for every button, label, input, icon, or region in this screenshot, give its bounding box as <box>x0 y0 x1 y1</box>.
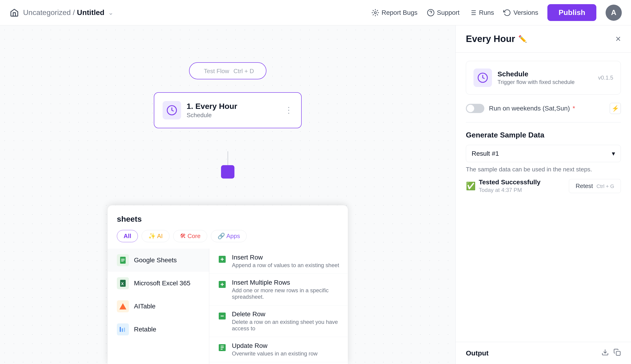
action-list: Insert Row Append a row of values to an … <box>209 249 348 364</box>
panel-close-button[interactable]: × <box>615 34 621 44</box>
excel-icon: X <box>117 277 129 289</box>
retest-button[interactable]: Retest Ctrl + G <box>569 179 621 193</box>
action-icon-update-row <box>218 343 228 353</box>
action-icon-insert-row <box>218 255 228 265</box>
header-right: Report Bugs Support Runs Versions Publis… <box>371 4 622 21</box>
google-sheets-icon <box>117 254 129 266</box>
node-menu-icon[interactable]: ⋮ <box>285 106 293 115</box>
svg-rect-18 <box>124 328 125 332</box>
action-row: Insert Row Append a row of values to an … <box>218 254 339 268</box>
avatar: A <box>605 4 622 21</box>
app-item-google-sheets[interactable]: Google Sheets <box>108 249 209 272</box>
svg-rect-11 <box>121 260 125 260</box>
flow-node[interactable]: 1. Every Hour Schedule ⋮ <box>154 92 302 128</box>
filter-tab-apps[interactable]: 🔗 Apps <box>211 230 247 242</box>
canvas[interactable]: Test Flow Ctrl + D 1. Every Hour Schedul… <box>0 25 456 364</box>
retable-icon <box>117 324 129 336</box>
svg-rect-34 <box>616 351 620 355</box>
generate-sample-section: Generate Sample Data Result #1 ▾ The sam… <box>456 122 631 202</box>
result-select[interactable]: Result #1 ▾ <box>466 145 621 162</box>
flash-icon[interactable]: ⚡ <box>610 103 621 114</box>
sample-desc: The sample data can be used in the next … <box>466 166 621 173</box>
action-text: Delete Row Delete a row on an existing s… <box>232 310 339 332</box>
action-item-update-row[interactable]: Update Row Overwrite values in an existi… <box>209 337 348 362</box>
tested-info: Tested Successfully Today at 4:37 PM <box>479 178 540 193</box>
download-button[interactable] <box>601 348 609 358</box>
home-icon[interactable] <box>9 8 20 18</box>
node-content: 1. Every Hour Schedule <box>187 102 279 119</box>
edit-icon[interactable]: ✏️ <box>518 35 527 43</box>
breadcrumb: Uncategorized / Untitled <box>23 8 104 17</box>
svg-rect-10 <box>121 259 125 259</box>
output-section: Output <box>456 342 631 364</box>
test-flow-button[interactable]: Test Flow Ctrl + D <box>189 62 267 79</box>
toggle-row: Run on weekends (Sat,Sun) * ⚡ <box>456 103 631 122</box>
action-item-find-rows[interactable]: Find Rows Find or get rows in a Google S… <box>209 362 348 364</box>
action-text: Update Row Overwrite values in an existi… <box>232 342 318 357</box>
schedule-info: Schedule Trigger flow with fixed schedul… <box>498 70 593 85</box>
aitable-icon <box>117 300 129 312</box>
action-item-insert-multiple-rows[interactable]: Insert Multiple Rows Add one or more new… <box>209 274 348 306</box>
tested-row: ✅ Tested Successfully Today at 4:37 PM R… <box>466 178 621 193</box>
output-label: Output <box>466 349 489 357</box>
chevron-down-icon: ▾ <box>612 150 615 157</box>
toggle-knob <box>467 105 474 112</box>
toggle-label: Run on weekends (Sat,Sun) * <box>489 105 575 112</box>
runs-button[interactable]: Runs <box>469 9 494 16</box>
publish-button[interactable]: Publish <box>547 4 596 21</box>
app-list: Google Sheets X Microsoft Excel 365 AITa… <box>108 249 209 364</box>
schedule-desc: Trigger flow with fixed schedule <box>498 79 593 85</box>
app-picker: sheets All ✨ AI 🛠 Core 🔗 Apps Google She… <box>108 205 348 364</box>
filter-tab-ai[interactable]: ✨ AI <box>142 230 169 242</box>
svg-rect-12 <box>121 261 124 261</box>
connector-line <box>228 151 228 165</box>
google-sheets-label: Google Sheets <box>134 256 177 264</box>
retest-shortcut: Ctrl + G <box>597 184 614 189</box>
schedule-icon-wrap <box>474 68 492 87</box>
action-text: Insert Row Append a row of values to an … <box>232 254 339 268</box>
add-step-button[interactable] <box>221 165 235 178</box>
filter-tab-all[interactable]: All <box>117 230 138 242</box>
action-text: Insert Multiple Rows Add one or more new… <box>232 279 339 300</box>
header-left: Uncategorized / Untitled ⌄ <box>9 8 113 18</box>
main-layout: Test Flow Ctrl + D 1. Every Hour Schedul… <box>0 25 631 364</box>
panel-title: Every Hour ✏️ <box>466 34 527 44</box>
right-panel: Every Hour ✏️ × Schedule Trigger flow wi… <box>456 25 631 364</box>
action-item-delete-row[interactable]: Delete Row Delete a row on an existing s… <box>209 306 348 337</box>
aitable-label: AITable <box>134 303 155 310</box>
action-item-insert-row[interactable]: Insert Row Append a row of values to an … <box>209 249 348 274</box>
filter-tab-core[interactable]: 🛠 Core <box>173 230 207 242</box>
chevron-down-icon[interactable]: ⌄ <box>108 9 113 16</box>
filter-tabs: All ✨ AI 🛠 Core 🔗 Apps <box>108 230 348 249</box>
node-title: 1. Every Hour <box>187 102 279 111</box>
tested-time: Today at 4:37 PM <box>479 187 540 193</box>
panel-header: Every Hour ✏️ × <box>456 25 631 52</box>
node-subtitle: Schedule <box>187 112 279 119</box>
copy-button[interactable] <box>613 348 621 358</box>
versions-button[interactable]: Versions <box>503 9 538 16</box>
app-item-retable[interactable]: Retable <box>108 318 209 341</box>
svg-rect-17 <box>122 328 123 332</box>
node-icon-wrap <box>163 101 181 120</box>
tested-label: Tested Successfully <box>479 178 540 186</box>
weekend-toggle[interactable] <box>466 104 484 113</box>
action-icon-delete-row <box>218 312 228 322</box>
schedule-version: v0.1.5 <box>598 74 613 81</box>
gen-title: Generate Sample Data <box>466 131 621 139</box>
app-item-aitable[interactable]: AITable <box>108 295 209 318</box>
retable-label: Retable <box>134 326 156 333</box>
report-bugs-button[interactable]: Report Bugs <box>371 9 417 16</box>
header: Uncategorized / Untitled ⌄ Report Bugs S… <box>0 0 631 25</box>
schedule-card: Schedule Trigger flow with fixed schedul… <box>466 61 621 94</box>
svg-rect-16 <box>120 327 121 332</box>
excel-label: Microsoft Excel 365 <box>134 280 190 287</box>
svg-marker-15 <box>119 303 126 310</box>
output-icons <box>601 348 621 358</box>
support-button[interactable]: Support <box>427 9 460 16</box>
test-flow-shortcut: Ctrl + D <box>234 68 254 74</box>
app-picker-title: sheets <box>108 214 348 230</box>
app-list-row: Google Sheets X Microsoft Excel 365 AITa… <box>108 249 348 364</box>
app-item-excel[interactable]: X Microsoft Excel 365 <box>108 272 209 295</box>
action-icon-insert-multiple <box>218 280 228 290</box>
schedule-name: Schedule <box>498 70 593 78</box>
